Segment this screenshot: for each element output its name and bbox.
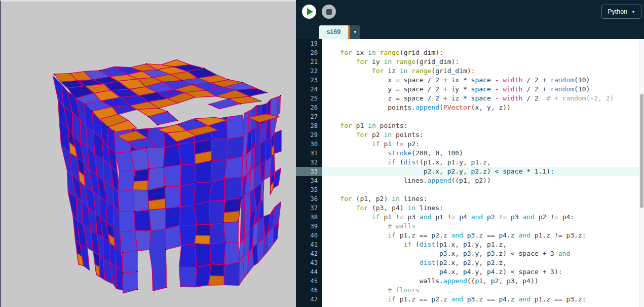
- line-number: 44: [296, 267, 322, 277]
- code-line[interactable]: for p1 in points:: [322, 121, 639, 130]
- code-line[interactable]: if p1.z == p2.z and p3.z == p4.z and p1.…: [322, 295, 639, 304]
- line-number: 43: [296, 258, 322, 267]
- editor-panel: Python ▼ s169 ▼ 192021222324252627282930…: [296, 0, 644, 307]
- code-line[interactable]: if (dist(p1.x, p1.y, p1.z,: [322, 240, 639, 249]
- code-line[interactable]: for iz in range(grid_dim):: [322, 66, 639, 76]
- line-number: 42: [296, 249, 322, 258]
- voxel-cube-render: [1, 2, 294, 307]
- code-line[interactable]: [322, 185, 639, 194]
- line-number: 21: [296, 57, 322, 66]
- code-line[interactable]: if p1.z == p2.z and p3.z == p4.z and p1.…: [322, 231, 639, 240]
- scrollbar-thumb[interactable]: [640, 94, 643, 208]
- code-line[interactable]: y = space / 2 + iy * space - width / 2 +…: [322, 85, 639, 94]
- code-line[interactable]: [322, 112, 639, 121]
- line-number: 26: [296, 103, 322, 112]
- line-number: 31: [296, 149, 322, 158]
- line-number: 38: [296, 213, 322, 222]
- line-number: 34: [296, 176, 322, 185]
- line-number: 30: [296, 140, 322, 149]
- line-number: 24: [296, 85, 322, 94]
- code-line[interactable]: for (p1, p2) in lines:: [322, 194, 639, 203]
- scrollbar-track[interactable]: [639, 39, 644, 307]
- code-line[interactable]: p4.x, p4.y, p4.z) < space + 3):: [322, 267, 639, 277]
- editor-toolbar: Python ▼: [296, 0, 644, 23]
- line-number: 39: [296, 222, 322, 231]
- stop-button[interactable]: [322, 5, 336, 19]
- line-number: 45: [296, 277, 322, 286]
- language-label: Python: [608, 8, 627, 15]
- code-line[interactable]: for ix in range(grid_dim):: [322, 48, 639, 57]
- line-number: 20: [296, 48, 322, 57]
- line-number: 32: [296, 158, 322, 167]
- chevron-down-icon: ▼: [631, 10, 635, 14]
- code-line[interactable]: # walls: [322, 222, 639, 231]
- code-line[interactable]: p3.x, p3.y, p3.z) < space + 3 and: [322, 249, 639, 258]
- run-button[interactable]: [302, 5, 316, 19]
- code-line[interactable]: dist(p2.x, p2.y, p2.z,: [322, 258, 639, 267]
- tab-bar: s169 ▼: [296, 23, 644, 39]
- line-number: 41: [296, 240, 322, 249]
- sketch-canvas[interactable]: [0, 0, 296, 307]
- code-line[interactable]: for p2 in points:: [322, 130, 639, 140]
- line-number: 47: [296, 295, 322, 304]
- line-number: 19: [296, 39, 322, 48]
- tab-s169[interactable]: s169 ▼: [319, 25, 360, 39]
- code-line[interactable]: if (dist(p1.x, p1.y, p1.z,: [322, 158, 639, 167]
- line-number: 29: [296, 130, 322, 140]
- code-line[interactable]: for iy in range(grid_dim):: [322, 57, 639, 66]
- code-line[interactable]: [322, 39, 639, 48]
- code-line[interactable]: x = space / 2 + ix * space - width / 2 +…: [322, 76, 639, 85]
- line-number: 23: [296, 76, 322, 85]
- code-line[interactable]: for (p3, p4) in lines:: [322, 203, 639, 213]
- line-number: 40: [296, 231, 322, 240]
- code-line[interactable]: walls.append((p1, p2, p3, p4)): [322, 277, 639, 286]
- tab-title[interactable]: s169: [319, 25, 348, 39]
- line-number-gutter: 1920212223242526272829303132333435363738…: [296, 39, 322, 307]
- stop-icon: [326, 9, 332, 15]
- code-line[interactable]: p2.x, p2.y, p2.z) < space * 1.1):: [322, 167, 639, 176]
- line-number: 35: [296, 185, 322, 194]
- code-line[interactable]: # floors: [322, 286, 639, 295]
- line-number: 33: [296, 167, 322, 176]
- code-line[interactable]: z = space / 2 + iz * space - width / 2 #…: [322, 94, 639, 103]
- editor-body: 1920212223242526272829303132333435363738…: [296, 39, 644, 307]
- line-number: 36: [296, 194, 322, 203]
- code-line[interactable]: stroke(200, 0, 100): [322, 149, 639, 158]
- tab-dropdown-icon[interactable]: ▼: [350, 25, 360, 39]
- line-number: 37: [296, 203, 322, 213]
- app-window: Python ▼ s169 ▼ 192021222324252627282930…: [0, 0, 644, 307]
- line-number: 27: [296, 112, 322, 121]
- code-area[interactable]: for ix in range(grid_dim): for iy in ran…: [322, 39, 639, 307]
- language-dropdown[interactable]: Python ▼: [601, 5, 641, 19]
- code-line[interactable]: if p1 != p3 and p1 != p4 and p2 != p3 an…: [322, 213, 639, 222]
- line-number: 22: [296, 66, 322, 76]
- line-number: 28: [296, 121, 322, 130]
- play-icon: [307, 8, 313, 15]
- code-line[interactable]: if p1 != p2:: [322, 140, 639, 149]
- line-number: 46: [296, 286, 322, 295]
- line-number: 25: [296, 94, 322, 103]
- code-line[interactable]: points.append(PVector(x, y, z)): [322, 103, 639, 112]
- code-line[interactable]: lines.append((p1, p2)): [322, 176, 639, 185]
